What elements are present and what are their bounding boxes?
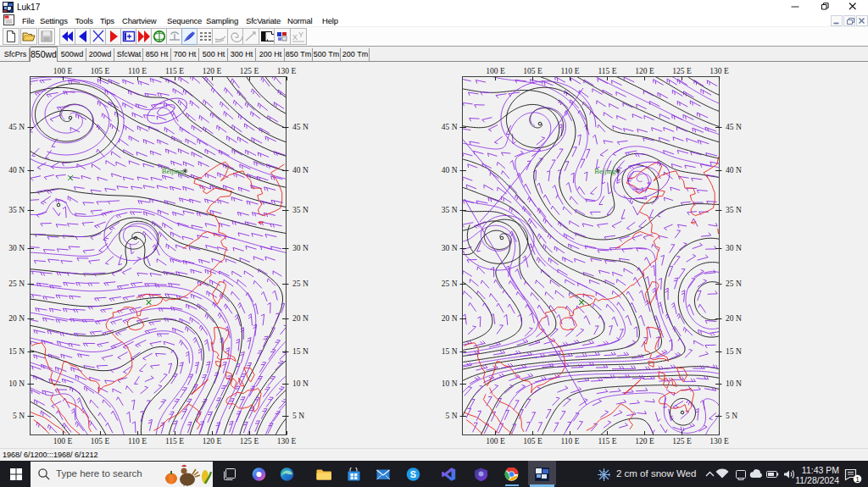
svg-text:25 N: 25 N	[8, 279, 25, 288]
svg-text:115 E: 115 E	[165, 437, 184, 445]
svg-text:15 N: 15 N	[8, 347, 25, 356]
svg-text:100 E: 100 E	[486, 437, 505, 445]
svg-text:125 E: 125 E	[672, 437, 692, 445]
svg-text:130 E: 130 E	[709, 437, 729, 445]
svg-text:25 N: 25 N	[292, 279, 309, 288]
svg-text:130 E: 130 E	[709, 67, 729, 75]
svg-text:105 E: 105 E	[523, 67, 542, 75]
svg-text:Beijing: Beijing	[162, 167, 184, 175]
svg-text:125 E: 125 E	[240, 437, 259, 445]
svg-text:125 E: 125 E	[240, 67, 259, 75]
svg-text:40 N: 40 N	[8, 166, 25, 174]
svg-text:45 N: 45 N	[442, 123, 458, 131]
svg-text:130 E: 130 E	[277, 67, 297, 75]
svg-text:25 N: 25 N	[726, 279, 742, 288]
svg-text:125 E: 125 E	[672, 67, 692, 75]
svg-text:35 N: 35 N	[726, 206, 742, 214]
svg-text:15 N: 15 N	[292, 347, 309, 356]
svg-text:100 E: 100 E	[53, 67, 73, 75]
svg-text:30 N: 30 N	[726, 244, 742, 252]
svg-text:35 N: 35 N	[442, 206, 458, 214]
svg-text:115 E: 115 E	[165, 67, 184, 75]
svg-text:105 E: 105 E	[91, 437, 110, 445]
svg-text:35 N: 35 N	[292, 206, 309, 214]
svg-text:100 E: 100 E	[53, 437, 73, 445]
svg-text:30 N: 30 N	[442, 244, 458, 252]
svg-text:45 N: 45 N	[8, 123, 25, 131]
svg-text:35 N: 35 N	[8, 206, 25, 214]
svg-text:5 N: 5 N	[13, 412, 25, 420]
svg-text:45 N: 45 N	[726, 123, 742, 131]
svg-text:10 N: 10 N	[442, 379, 458, 388]
svg-text:120 E: 120 E	[635, 437, 654, 445]
svg-text:5 N: 5 N	[292, 412, 304, 420]
svg-text:110 E: 110 E	[128, 437, 147, 445]
svg-text:S: S	[410, 469, 416, 479]
svg-text:40 N: 40 N	[292, 166, 309, 174]
svg-text:110 E: 110 E	[128, 67, 147, 75]
svg-text:115 E: 115 E	[598, 67, 616, 75]
svg-text:15 N: 15 N	[726, 347, 742, 356]
svg-text:120 E: 120 E	[203, 437, 222, 445]
svg-text:120 E: 120 E	[203, 67, 222, 75]
svg-text:Beijing: Beijing	[594, 167, 616, 175]
svg-text:110 E: 110 E	[560, 67, 579, 75]
svg-text:45 N: 45 N	[292, 123, 309, 131]
svg-text:X: X	[292, 33, 298, 42]
svg-text:10 N: 10 N	[8, 379, 25, 388]
svg-text:5 N: 5 N	[726, 412, 737, 420]
svg-text:40 N: 40 N	[726, 166, 742, 174]
svg-text:130 E: 130 E	[277, 437, 297, 445]
svg-text:30 N: 30 N	[292, 244, 309, 252]
svg-text:120 E: 120 E	[635, 67, 654, 75]
svg-text:15 N: 15 N	[442, 347, 458, 356]
svg-text:5 N: 5 N	[446, 412, 458, 420]
svg-text:105 E: 105 E	[91, 67, 110, 75]
svg-text:30 N: 30 N	[8, 244, 25, 252]
svg-text:25 N: 25 N	[442, 279, 458, 288]
svg-text:20 N: 20 N	[8, 314, 25, 323]
svg-text:115 E: 115 E	[598, 437, 616, 445]
svg-text:Y: Y	[298, 30, 303, 39]
svg-text:40 N: 40 N	[442, 166, 458, 174]
svg-text:100 E: 100 E	[486, 67, 505, 75]
svg-text:110 E: 110 E	[560, 437, 579, 445]
svg-text:10 N: 10 N	[292, 379, 309, 388]
svg-text:20 N: 20 N	[726, 314, 742, 323]
svg-text:10 N: 10 N	[726, 379, 742, 388]
svg-text:20 N: 20 N	[442, 314, 458, 323]
svg-text:105 E: 105 E	[523, 437, 542, 445]
svg-text:1: 1	[855, 475, 860, 484]
svg-text:20 N: 20 N	[292, 314, 309, 323]
